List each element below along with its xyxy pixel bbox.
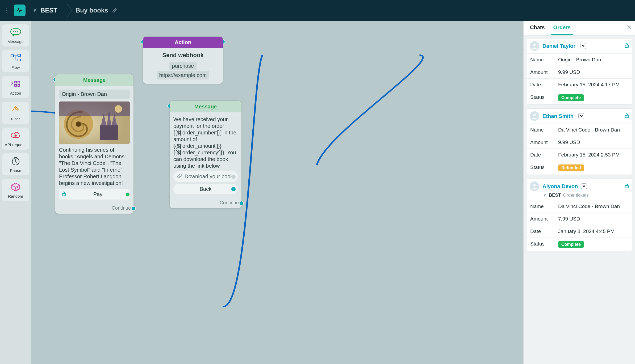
tool-filter[interactable]: Filter	[2, 102, 29, 124]
back-button[interactable]: Back	[173, 184, 238, 194]
clock-icon	[9, 156, 22, 166]
customer-name[interactable]: Ethan Smith	[542, 113, 574, 119]
tool-label: Flow	[3, 65, 28, 70]
avatar	[530, 111, 539, 121]
svg-point-19	[76, 121, 81, 127]
output-port-continue[interactable]	[239, 201, 244, 206]
order-amount: 9.99 USD	[558, 139, 628, 145]
continue-label: Continue	[112, 205, 131, 211]
flow-icon	[9, 53, 22, 63]
svg-point-14	[17, 189, 18, 189]
action-url: https://example.com	[157, 71, 210, 79]
flow-canvas[interactable]: Message Origin - Brown Dan	[31, 21, 523, 364]
row-label-name: Name	[530, 57, 558, 63]
tool-random[interactable]: Random	[2, 179, 29, 201]
tab-orders[interactable]: Orders	[551, 21, 574, 35]
svg-rect-23	[62, 193, 65, 196]
output-port-back[interactable]	[231, 187, 236, 191]
back-label: Back	[177, 186, 234, 192]
right-panel: Chats Orders Daniel Taylor	[523, 21, 635, 364]
svg-point-26	[533, 114, 536, 116]
svg-rect-29	[625, 185, 628, 188]
order-amount: 9.99 USD	[558, 69, 628, 75]
customer-name[interactable]: Alyona Devon	[542, 183, 578, 189]
row-label-date: Date	[530, 228, 558, 234]
row-label-date: Date	[530, 82, 558, 88]
node-message-origin[interactable]: Message Origin - Brown Dan	[55, 74, 134, 214]
tool-label: Action	[3, 91, 28, 95]
order-card[interactable]: Daniel Taylor NameOrigin - Brown Dan Amo…	[526, 38, 632, 105]
svg-rect-7	[15, 81, 16, 83]
node-action-webhook[interactable]: Action Send webhook purchase https://exa…	[143, 36, 223, 84]
status-badge: Complete	[558, 241, 584, 248]
order-amount: 7.99 USD	[558, 216, 628, 222]
node-header: Message	[170, 101, 241, 112]
telegram-icon	[542, 193, 547, 197]
tool-api-request[interactable]: API reque…	[2, 128, 29, 150]
breadcrumb-workspace[interactable]: BEST	[29, 4, 63, 17]
tool-pause[interactable]: Pause	[2, 153, 29, 175]
action-title: Send webhook	[147, 52, 219, 59]
tool-label: Pause	[3, 168, 28, 173]
svg-point-13	[17, 187, 18, 188]
orders-list[interactable]: Daniel Taylor NameOrigin - Brown Dan Amo…	[524, 36, 635, 364]
message-title: Origin - Brown Dan	[59, 90, 130, 99]
customer-menu-button[interactable]	[581, 183, 587, 189]
avatar-icon	[531, 183, 538, 189]
top-bar: ⋮ BEST Buy books	[0, 0, 635, 21]
output-port-continue[interactable]	[131, 206, 136, 211]
row-label-amount: Amount	[530, 139, 558, 145]
breadcrumb-flow[interactable]: Buy books	[76, 7, 117, 14]
tool-action[interactable]: Action	[2, 76, 29, 98]
svg-rect-27	[625, 115, 628, 118]
svg-point-2	[15, 31, 16, 32]
output-port-pay[interactable]	[125, 192, 130, 197]
row-label-status: Status	[530, 241, 558, 248]
tool-message[interactable]: Message	[2, 24, 29, 46]
close-panel-button[interactable]	[627, 25, 631, 31]
node-header: Action	[143, 37, 223, 48]
download-button[interactable]: Download your book	[173, 171, 238, 182]
row-label-status: Status	[530, 164, 558, 171]
customer-name[interactable]: Daniel Taylor	[542, 43, 575, 49]
order-name: Da Vinci Code - Brown Dan	[558, 127, 628, 133]
order-source[interactable]: BEST Order tickets	[527, 193, 632, 200]
svg-point-1	[13, 31, 14, 32]
tool-rail: Message Flow Action Filter API reque…	[0, 21, 31, 364]
tool-label: Random	[3, 194, 28, 198]
lock-icon	[625, 183, 629, 189]
pay-button[interactable]: Pay	[59, 189, 130, 200]
app-logo[interactable]	[14, 5, 26, 16]
row-label-amount: Amount	[530, 69, 558, 75]
message-body: Continuing his series of books "Angels a…	[59, 147, 130, 187]
workspace-name: BEST	[40, 7, 57, 14]
dice-icon	[9, 182, 22, 192]
order-card[interactable]: Alyona Devon BEST Order tickets	[526, 179, 632, 251]
row-label-date: Date	[530, 152, 558, 158]
order-card[interactable]: Ethan Smith NameDa Vinci Code - Brown Da…	[526, 108, 632, 175]
tool-flow[interactable]: Flow	[2, 50, 29, 72]
order-name: Origin - Brown Dan	[558, 57, 628, 63]
continue-label: Continue	[220, 200, 239, 205]
link-icon	[177, 173, 182, 180]
filter-icon	[9, 105, 22, 115]
chat-icon	[9, 28, 22, 37]
download-label: Download your book	[185, 173, 234, 180]
action-event: purchase	[169, 62, 197, 70]
tab-chats[interactable]: Chats	[527, 21, 548, 35]
message-image[interactable]	[59, 101, 130, 144]
node-header: Message	[55, 74, 133, 86]
close-icon	[627, 25, 631, 29]
drag-handle-icon[interactable]: ⋮	[3, 7, 10, 13]
edit-icon[interactable]	[112, 8, 117, 13]
output-port-download[interactable]	[231, 175, 236, 179]
customer-menu-button[interactable]	[580, 43, 586, 49]
status-badge: Complete	[558, 94, 584, 101]
customer-menu-button[interactable]	[578, 113, 584, 119]
node-message-confirm[interactable]: Message We have received your payment fo…	[169, 100, 242, 209]
avatar-icon	[531, 43, 538, 49]
caret-down-icon	[582, 45, 584, 47]
order-name: Da Vinci Code - Brown Dan	[558, 204, 628, 209]
panel-tabs: Chats Orders	[524, 21, 635, 36]
pay-label: Pay	[69, 191, 127, 197]
